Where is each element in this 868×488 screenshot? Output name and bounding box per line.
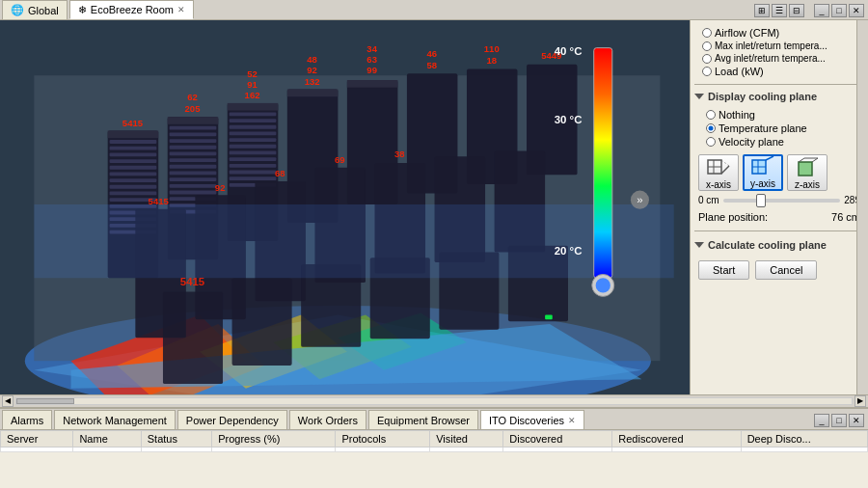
h-scrollbar[interactable]: ◀ ▶	[0, 394, 868, 407]
svg-text:69: 69	[335, 154, 345, 165]
radio-load[interactable]: Load (kW)	[698, 65, 860, 78]
svg-text:40 °C: 40 °C	[555, 45, 583, 57]
minimize-button[interactable]: _	[814, 4, 829, 17]
svg-rect-53	[230, 151, 277, 155]
bottom-min-btn[interactable]: _	[814, 414, 829, 427]
cancel-button[interactable]: Cancel	[755, 260, 817, 280]
tab-work-orders[interactable]: Work Orders	[289, 410, 366, 429]
x-axis-icon	[706, 156, 731, 177]
table-row	[1, 447, 868, 452]
bottom-tab-bar: Alarms Network Management Power Dependen…	[0, 409, 868, 430]
svg-rect-94	[232, 278, 292, 366]
tab-network-management[interactable]: Network Management	[54, 410, 176, 429]
svg-text:205: 205	[185, 104, 202, 115]
discoveries-table-container[interactable]: Server Name Status Progress (%) Protocol…	[0, 430, 868, 488]
start-button[interactable]: Start	[698, 260, 749, 280]
svg-text:92: 92	[215, 182, 226, 193]
svg-line-113	[721, 160, 729, 166]
svg-marker-100	[34, 204, 673, 278]
svg-rect-14	[110, 159, 157, 163]
svg-text:48: 48	[307, 54, 317, 65]
bottom-close-btn[interactable]: ✕	[849, 414, 864, 427]
tab-equipment-browser[interactable]: Equipment Browser	[368, 410, 478, 429]
svg-rect-35	[170, 165, 217, 169]
calculate-cooling-plane-section: Calculate cooling plane Start Cancel	[694, 237, 864, 284]
x-axis-button[interactable]: x-axis	[698, 154, 739, 191]
radio-nothing[interactable]: Nothing	[702, 108, 864, 122]
scroll-left-btn[interactable]: ◀	[2, 395, 14, 407]
tab-ecobreeze[interactable]: ❄ EcoBreeze Room ✕	[69, 0, 194, 19]
action-buttons: Start Cancel	[694, 257, 864, 284]
scroll-right-btn[interactable]: ▶	[854, 395, 866, 407]
radio-avg-input[interactable]	[702, 54, 712, 64]
svg-rect-56	[230, 171, 277, 175]
svg-rect-63	[287, 90, 339, 97]
radio-airflow-input[interactable]	[702, 28, 712, 38]
main-tab-bar: 🌐 Global ❄ EcoBreeze Room ✕ ⊞ ☰ ⊟ _ □ ✕	[0, 0, 868, 20]
svg-rect-39	[170, 191, 217, 195]
svg-text:34: 34	[366, 43, 377, 54]
svg-rect-13	[110, 153, 157, 157]
col-deep-disco: Deep Disco...	[741, 431, 867, 447]
svg-text:5415: 5415	[122, 118, 144, 128]
tab-power-dependency[interactable]: Power Dependency	[177, 410, 287, 429]
z-axis-icon	[795, 156, 820, 177]
tab-close-icon[interactable]: ✕	[177, 5, 185, 14]
icon-grid[interactable]: ⊞	[754, 4, 770, 17]
slider-thumb[interactable]	[756, 194, 766, 207]
radio-temperature-plane[interactable]: Temperature plane	[702, 122, 864, 135]
right-scrollbar[interactable]	[856, 20, 868, 394]
bottom-section: Alarms Network Management Power Dependen…	[0, 407, 868, 488]
calc-collapse-icon[interactable]	[694, 242, 704, 248]
col-name: Name	[73, 431, 141, 447]
col-protocols: Protocols	[336, 431, 430, 447]
axis-buttons-group: x-axis y-axis	[698, 154, 864, 191]
col-visited: Visited	[430, 431, 503, 447]
radio-velocity-plane[interactable]: Velocity plane	[702, 135, 864, 149]
svg-rect-118	[799, 162, 812, 176]
svg-rect-30	[170, 133, 217, 137]
scroll-thumb[interactable]	[16, 398, 74, 404]
svg-text:92: 92	[307, 65, 317, 75]
radio-nothing-input[interactable]	[706, 110, 716, 120]
tab-alarms[interactable]: Alarms	[2, 410, 52, 429]
icon-list[interactable]: ☰	[772, 4, 787, 17]
svg-rect-19	[110, 192, 157, 196]
tab-ito-discoveries[interactable]: ITO Discoveries ✕	[480, 410, 584, 429]
svg-text:91: 91	[247, 79, 258, 90]
plane-position-slider[interactable]	[723, 199, 841, 203]
collapse-triangle-icon[interactable]	[694, 94, 704, 99]
z-axis-button[interactable]: z-axis	[787, 154, 827, 191]
plane-position-row: Plane position: 76 cm	[694, 209, 864, 225]
icon-tree[interactable]: ⊟	[789, 4, 804, 17]
y-axis-button[interactable]: y-axis	[743, 154, 783, 191]
radio-temp-input[interactable]	[706, 123, 716, 133]
radio-velocity-input[interactable]	[706, 137, 716, 147]
scroll-track[interactable]	[15, 397, 853, 405]
svg-rect-47	[230, 113, 277, 117]
tab-global[interactable]: 🌐 Global	[2, 0, 68, 19]
svg-rect-18	[110, 185, 157, 189]
col-rediscovered: Rediscovered	[612, 431, 741, 447]
maximize-button[interactable]: □	[831, 4, 847, 17]
radio-load-input[interactable]	[702, 67, 712, 76]
tab-ito-close-icon[interactable]: ✕	[568, 416, 576, 425]
svg-rect-28	[168, 117, 219, 124]
top-radio-group: Airflow (CFM) Max inlet/return tempera..…	[694, 24, 864, 80]
calculate-cooling-plane-header: Calculate cooling plane	[694, 237, 864, 253]
radio-avg-inlet[interactable]: Avg inlet/return tempera...	[698, 52, 860, 65]
close-button[interactable]: ✕	[849, 4, 864, 17]
radio-airflow[interactable]: Airflow (CFM)	[698, 26, 860, 40]
radio-max-input[interactable]	[702, 41, 712, 51]
svg-rect-31	[170, 139, 217, 143]
svg-text:58: 58	[426, 60, 437, 70]
svg-text:63: 63	[366, 54, 377, 65]
svg-rect-32	[170, 146, 217, 149]
svg-rect-29	[170, 126, 217, 130]
radio-max-inlet[interactable]: Max inlet/return tempera...	[698, 40, 860, 52]
svg-text:132: 132	[305, 76, 320, 87]
bottom-max-btn[interactable]: □	[831, 414, 847, 427]
svg-rect-17	[110, 178, 157, 182]
svg-rect-103	[594, 48, 612, 279]
viz-area: 5415	[0, 20, 690, 394]
